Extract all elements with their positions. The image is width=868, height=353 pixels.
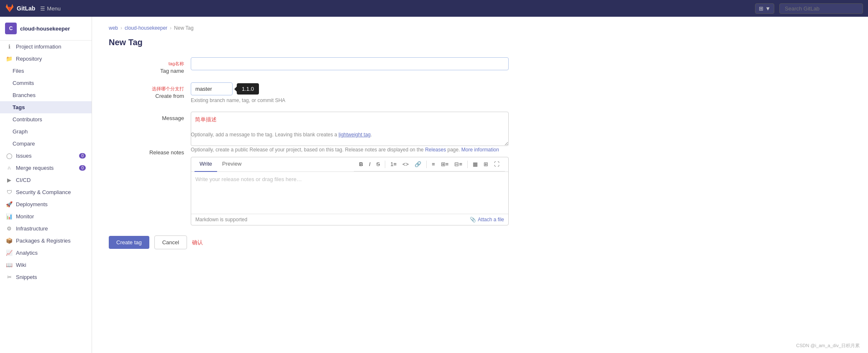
message-row: Message 简单描述 Optionally, add a message t… bbox=[109, 112, 851, 138]
toolbar-bold[interactable]: B bbox=[357, 160, 365, 169]
topbar-icon-button[interactable]: ⊞ ▼ bbox=[755, 3, 774, 14]
project-name: cloud-housekeeper bbox=[20, 26, 70, 32]
sidebar-item-security-compliance[interactable]: 🛡 Security & Compliance bbox=[0, 186, 92, 198]
sidebar-item-files[interactable]: Files bbox=[0, 65, 92, 77]
create-from-row: 选择哪个分支打 Create from 1.1.0 Existing branc… bbox=[109, 82, 851, 103]
sidebar-item-label: Merge requests bbox=[16, 165, 54, 171]
sidebar-item-snippets[interactable]: ✂ Snippets bbox=[0, 271, 92, 283]
toolbar-outdent-list[interactable]: ⊟≡ bbox=[452, 160, 464, 169]
sidebar-item-ci-cd[interactable]: ▶ CI/CD bbox=[0, 174, 92, 186]
sidebar-item-merge-requests[interactable]: ⑃ Merge requests 0 bbox=[0, 162, 92, 174]
tag-name-label-col: tag名称 Tag name bbox=[109, 57, 184, 74]
sidebar-item-project-information[interactable]: ℹ Project information bbox=[0, 41, 92, 53]
sidebar-item-packages-registries[interactable]: 📦 Packages & Registries bbox=[0, 235, 92, 247]
breadcrumb-current: New Tag bbox=[174, 25, 193, 31]
topbar: GitLab ☰ Menu ⊞ ▼ bbox=[0, 0, 868, 17]
sidebar-item-label: Issues bbox=[16, 153, 32, 159]
sidebar-item-deployments[interactable]: 🚀 Deployments bbox=[0, 198, 92, 210]
breadcrumb-sep-2: › bbox=[170, 25, 172, 31]
message-label: Message bbox=[162, 115, 184, 121]
packages-icon: 📦 bbox=[6, 238, 13, 244]
sidebar-item-compare[interactable]: Compare bbox=[0, 138, 92, 150]
infrastructure-icon: ⚙ bbox=[6, 225, 13, 232]
wiki-icon: 📖 bbox=[6, 262, 13, 268]
more-information-link[interactable]: More information bbox=[461, 147, 499, 153]
create-tag-button[interactable]: Create tag bbox=[109, 236, 149, 249]
editor-body[interactable]: Write your release notes or drag files h… bbox=[191, 172, 508, 214]
releases-link[interactable]: Releases bbox=[425, 147, 446, 153]
main-content: web › cloud-housekeeper › New Tag New Ta… bbox=[92, 17, 868, 353]
markdown-supported-label: Markdown is supported bbox=[195, 217, 247, 223]
tag-name-row: tag名称 Tag name bbox=[109, 57, 851, 74]
sidebar-item-analytics[interactable]: 📈 Analytics bbox=[0, 247, 92, 259]
message-textarea[interactable] bbox=[191, 112, 509, 146]
sidebar-item-graph[interactable]: Graph bbox=[0, 125, 92, 138]
menu-toggle[interactable]: ☰ Menu bbox=[40, 5, 61, 12]
sidebar: C cloud-housekeeper ℹ Project informatio… bbox=[0, 17, 92, 353]
sidebar-item-label: Contributors bbox=[13, 116, 42, 123]
toolbar-indent-list[interactable]: ⊞≡ bbox=[439, 160, 451, 169]
sidebar-item-repository[interactable]: 📁 Repository bbox=[0, 53, 92, 65]
sidebar-item-label: Analytics bbox=[16, 250, 38, 256]
toolbar-table2[interactable]: ⊞ bbox=[481, 160, 490, 169]
breadcrumb-project[interactable]: cloud-housekeeper bbox=[125, 25, 167, 31]
sidebar-item-label: Packages & Registries bbox=[16, 238, 71, 244]
editor-tab-write[interactable]: Write bbox=[195, 157, 217, 172]
create-from-label-col: 选择哪个分支打 Create from bbox=[109, 82, 184, 99]
toolbar-link[interactable]: 🔗 bbox=[412, 160, 423, 169]
sidebar-item-label: Graph bbox=[13, 128, 28, 135]
create-from-input[interactable] bbox=[191, 82, 233, 95]
issues-badge: 0 bbox=[79, 153, 86, 159]
create-from-annotation: 选择哪个分支打 bbox=[152, 86, 184, 92]
sidebar-item-monitor[interactable]: 📊 Monitor bbox=[0, 210, 92, 223]
sidebar-item-branches[interactable]: Branches bbox=[0, 89, 92, 101]
sidebar-project: C cloud-housekeeper bbox=[0, 17, 92, 41]
sidebar-item-label: Tags bbox=[13, 104, 25, 110]
sidebar-item-label: Repository bbox=[16, 56, 42, 62]
toolbar-unordered-list[interactable]: ≡ bbox=[430, 160, 437, 169]
sidebar-item-tags[interactable]: Tags bbox=[0, 101, 92, 113]
editor-tab-preview[interactable]: Preview bbox=[217, 157, 246, 172]
gitlab-logo-text: GitLab bbox=[17, 5, 35, 12]
sidebar-item-label: Snippets bbox=[16, 274, 37, 280]
lightweight-tag-link[interactable]: lightweight tag bbox=[338, 132, 371, 138]
editor-placeholder: Write your release notes or drag files h… bbox=[195, 176, 302, 182]
sidebar-item-label: CI/CD bbox=[16, 177, 31, 183]
toolbar-strikethrough[interactable]: S bbox=[374, 160, 382, 169]
toolbar-fullscreen[interactable]: ⛶ bbox=[492, 160, 502, 169]
create-from-label: Create from bbox=[155, 93, 184, 99]
toolbar-code[interactable]: <> bbox=[400, 160, 411, 169]
release-notes-editor: Write Preview B I S 1≡ bbox=[191, 157, 509, 225]
search-input[interactable] bbox=[779, 3, 863, 14]
create-from-hint: Existing branch name, tag, or commit SHA bbox=[191, 97, 509, 103]
breadcrumb-sep-1: › bbox=[120, 25, 122, 31]
cancel-button[interactable]: Cancel bbox=[154, 235, 187, 249]
sidebar-item-wiki[interactable]: 📖 Wiki bbox=[0, 259, 92, 271]
attach-file-button[interactable]: 📎 Attach a file bbox=[470, 217, 504, 223]
toolbar-ordered-list[interactable]: 1≡ bbox=[388, 160, 399, 169]
create-from-wrapper: 1.1.0 bbox=[191, 82, 509, 95]
tag-name-content bbox=[191, 57, 509, 70]
sidebar-item-infrastructure[interactable]: ⚙ Infrastructure bbox=[0, 223, 92, 235]
merge-badge: 0 bbox=[79, 165, 86, 171]
sidebar-item-issues[interactable]: ◯ Issues 0 bbox=[0, 150, 92, 162]
breadcrumb-web[interactable]: web bbox=[109, 25, 118, 31]
tag-name-label: Tag name bbox=[160, 68, 184, 74]
release-notes-content: Optionally, create a public Release of y… bbox=[191, 146, 509, 225]
release-notes-row: Release notes Optionally, create a publi… bbox=[109, 146, 851, 225]
sidebar-item-contributors[interactable]: Contributors bbox=[0, 113, 92, 125]
confirm-button[interactable]: 确认 bbox=[192, 239, 203, 246]
security-icon: 🛡 bbox=[6, 189, 13, 195]
tag-name-input[interactable] bbox=[191, 57, 509, 70]
sidebar-item-commits[interactable]: Commits bbox=[0, 77, 92, 89]
toolbar-divider-2 bbox=[426, 161, 427, 168]
toolbar-italic[interactable]: I bbox=[367, 160, 373, 169]
toolbar-table[interactable]: ▦ bbox=[471, 160, 480, 169]
sidebar-item-label: Monitor bbox=[16, 213, 34, 220]
sidebar-item-label: Compare bbox=[13, 141, 35, 147]
toolbar-divider-3 bbox=[467, 161, 468, 168]
project-avatar: C bbox=[5, 23, 17, 34]
release-notes-label-col: Release notes bbox=[109, 146, 184, 156]
snippets-icon: ✂ bbox=[6, 274, 13, 280]
paperclip-icon: 📎 bbox=[470, 217, 476, 223]
